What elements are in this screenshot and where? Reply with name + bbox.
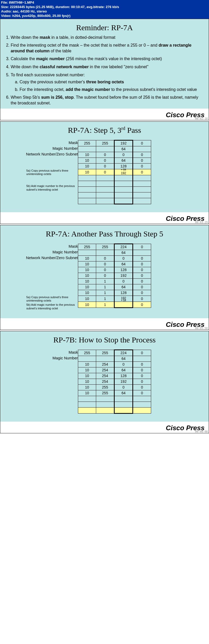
step-5a: Copy the previous subnet number's three … xyxy=(20,79,204,85)
label-mask: Mask xyxy=(8,349,78,355)
timestamp: 00:02:18 xyxy=(195,117,208,120)
footer-bar: Cisco Press 00:03:29 xyxy=(0,212,209,224)
slide-reminder: Reminder: RP-7A Write down the mask in a… xyxy=(0,19,209,120)
table-area: Mask Magic Number Network Number/Zero Su… xyxy=(0,241,209,318)
label-magic: Magic Number xyxy=(8,146,78,151)
note-5a: 5a) Copy previous subnet's three uninter… xyxy=(8,295,78,303)
timestamp: 00:08:08 xyxy=(195,430,208,433)
step-6: When Step 5b's sum is 256, stop. The sub… xyxy=(11,95,204,106)
substeps-list: Copy the previous subnet number's three … xyxy=(14,79,204,92)
subnet-table: 2552552240 64 1025400 10254640 102541280… xyxy=(78,349,151,414)
slide-title: RP-7B: How to Stop the Process xyxy=(0,331,209,347)
file-video: Video: h264, yuv420p, 800x600, 25.00 fps… xyxy=(1,14,208,18)
slide-title: RP-7A: Another Pass Through Step 5 xyxy=(0,225,209,241)
slide-another-pass: RP-7A: Another Pass Through Step 5 Mask … xyxy=(0,225,209,330)
note-5b: 5b) Add magic number to the previous sub… xyxy=(8,303,78,310)
slide-stop-process: RP-7B: How to Stop the Process Mask Magi… xyxy=(0,331,209,433)
table-area: Mask Magic Number Network Number/Zero Su… xyxy=(0,137,209,212)
subnet-table: 2552551920 64 10000 100640 1001280 100+ … xyxy=(78,140,151,204)
label-magic: Magic Number xyxy=(8,355,78,361)
file-size: Size: 22283445 bytes (21.25 MiB), durati… xyxy=(1,5,208,9)
footer-bar: Cisco Press 00:08:08 xyxy=(0,422,209,433)
step-1: Write down the mask in a table, in dotte… xyxy=(11,35,204,40)
label-mask: Mask xyxy=(8,140,78,146)
label-zero: Network Number/Zero Subnet xyxy=(8,255,78,261)
slide-step5-pass3: RP-7A: Step 5, 3rd Pass Mask Magic Numbe… xyxy=(0,121,209,224)
subnet-table: 2552552240 64 10000 100640 1001280 10019… xyxy=(78,243,151,308)
row-labels: Mask Magic Number Network Number/Zero Su… xyxy=(8,140,78,192)
file-name: File: 8WITHM~1.MP4 xyxy=(1,1,208,5)
timestamp: 00:03:29 xyxy=(195,221,208,224)
label-magic: Magic Number xyxy=(8,249,78,255)
step-4: Write down the classful network number i… xyxy=(11,64,204,70)
file-info-bar: File: 8WITHM~1.MP4 Size: 22283445 bytes … xyxy=(0,0,209,19)
row-labels: Mask Magic Number Network Number/Zero Su… xyxy=(8,243,78,310)
note-5b: 5b) Add magic number to the previous sub… xyxy=(8,184,78,192)
step-5b: For the interesting octet, add the magic… xyxy=(20,87,204,92)
step-3: Calculate the magic number (256 minus th… xyxy=(11,56,204,62)
table-area: Mask Magic Number 2552552240 64 1025400 … xyxy=(0,347,209,422)
step-5: To find each successive subnet number: C… xyxy=(11,72,204,92)
slide-title: Reminder: RP-7A xyxy=(0,19,209,35)
footer-bar: Cisco Press 00:05:58 xyxy=(0,318,209,330)
step-2: Find the interesting octet of the mask –… xyxy=(11,42,204,54)
file-audio: Audio: aac, 44100 Hz, stereo xyxy=(1,9,208,14)
timestamp: 00:05:58 xyxy=(195,327,208,330)
slide-title: RP-7A: Step 5, 3rd Pass xyxy=(0,122,209,137)
label-zero: Network Number/Zero Subnet xyxy=(8,151,78,157)
label-mask: Mask xyxy=(8,243,78,249)
note-5a: 5a) Copy previous subnet's three uninter… xyxy=(8,168,78,176)
steps-list: Write down the mask in a table, in dotte… xyxy=(5,35,204,106)
footer-bar: Cisco Press 00:02:18 xyxy=(0,109,209,120)
row-labels: Mask Magic Number xyxy=(8,349,78,361)
